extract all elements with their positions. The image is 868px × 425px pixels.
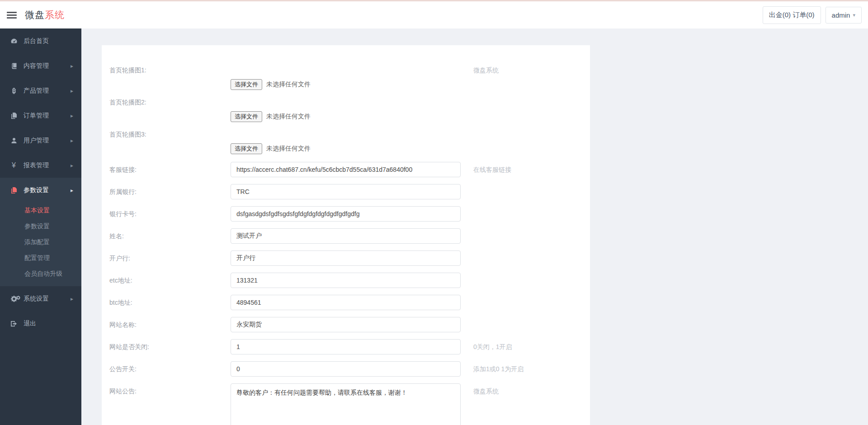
form-row-btc-address: btc地址:: [109, 295, 581, 310]
sidebar-item-user[interactable]: 用户管理 ▸: [0, 128, 81, 153]
form-row-carousel-1: 首页轮播图1: 选择文件 未选择任何文件 微盘系统: [109, 66, 581, 93]
sidebar-item-label: 参数设置: [24, 186, 71, 194]
withdraw-orders-button[interactable]: 出金(0) 订单(0): [763, 6, 821, 24]
carousel-1-file-input[interactable]: 选择文件 未选择任何文件: [231, 79, 461, 90]
settings-form-card: 首页轮播图1: 选择文件 未选择任何文件 微盘系统 首页轮播图2: 选择文件 未…: [102, 45, 590, 425]
bank-branch-input[interactable]: [231, 250, 461, 266]
sidebar-item-report[interactable]: ¥ 报表管理 ▸: [0, 153, 81, 178]
field-label: 网站名称:: [109, 317, 231, 332]
site-closed-input[interactable]: [231, 339, 461, 354]
dashboard-icon: [9, 38, 18, 45]
field-hint: 在线客服链接: [461, 162, 581, 177]
site-announcement-textarea[interactable]: 尊敬的客户：有任何问题需要帮助，请联系在线客服，谢谢！: [231, 383, 461, 425]
form-row-service-link: 客服链接: 在线客服链接: [109, 162, 581, 177]
chevron-right-icon: ▸: [71, 162, 73, 169]
form-row-announcement-switch: 公告开关: 添加1或0 1为开启: [109, 361, 581, 377]
user-menu-label: admin: [832, 11, 850, 19]
sidebar-item-order[interactable]: 订单管理 ▸: [0, 103, 81, 128]
sidebar-subitem-member-auto-upgrade[interactable]: 会员自动升级: [0, 266, 81, 282]
customer-service-link-input[interactable]: [231, 162, 461, 177]
announcement-switch-input[interactable]: [231, 361, 461, 377]
field-label: 首页轮播图1:: [109, 66, 231, 75]
field-label: 网站是否关闭:: [109, 339, 231, 354]
app-logo[interactable]: 微盘系统: [25, 9, 65, 21]
withdraw-orders-label: 出金(0) 订单(0): [769, 11, 815, 19]
sidebar-item-label: 报表管理: [24, 161, 71, 170]
header: 微盘系统 出金(0) 订单(0) admin ▾: [0, 1, 868, 28]
sidebar-item-label: 退出: [24, 320, 73, 328]
name-input[interactable]: [231, 228, 461, 244]
btc-address-input[interactable]: [231, 295, 461, 310]
field-hint: 0关闭，1开启: [461, 339, 581, 354]
sidebar-item-label: 用户管理: [24, 137, 71, 145]
sidebar-subitem-param-settings[interactable]: 参数设置: [0, 218, 81, 234]
form-row-name: 姓名:: [109, 228, 581, 244]
sidebar-item-product[interactable]: 产品管理 ▸: [0, 78, 81, 103]
caret-down-icon: ▾: [853, 12, 855, 18]
field-hint: 添加1或0 1为开启: [461, 361, 581, 377]
sidebar-subitem-add-config[interactable]: 添加配置: [0, 234, 81, 250]
user-menu-button[interactable]: admin ▾: [826, 7, 862, 24]
sidebar-item-label: 内容管理: [24, 62, 71, 70]
form-row-carousel-2: 首页轮播图2: 选择文件 未选择任何文件: [109, 98, 581, 125]
sidebar-item-content[interactable]: 内容管理 ▸: [0, 53, 81, 78]
etc-address-input[interactable]: [231, 273, 461, 288]
book-icon: [9, 62, 18, 70]
field-label: btc地址:: [109, 295, 231, 310]
sidebar-subitem-basic-settings[interactable]: 基本设置: [0, 203, 81, 218]
choose-file-button[interactable]: 选择文件: [231, 143, 262, 154]
chevron-right-icon: ▸: [71, 63, 73, 69]
field-label: etc地址:: [109, 273, 231, 288]
form-row-carousel-3: 首页轮播图3: 选择文件 未选择任何文件: [109, 130, 581, 157]
gears-icon: [9, 296, 18, 302]
chevron-right-icon: ▸: [71, 187, 73, 194]
site-name-input[interactable]: [231, 317, 461, 332]
form-row-bank: 所属银行:: [109, 184, 581, 199]
sidebar-item-params[interactable]: 参数设置 ▸: [0, 178, 81, 203]
choose-file-button[interactable]: 选择文件: [231, 111, 262, 122]
logo-accent-text: 系统: [45, 9, 65, 20]
logo-primary-text: 微盘: [25, 9, 45, 20]
choose-file-button[interactable]: 选择文件: [231, 79, 262, 90]
carousel-3-file-input[interactable]: 选择文件 未选择任何文件: [231, 143, 461, 154]
sidebar-subitem-config-manage[interactable]: 配置管理: [0, 250, 81, 266]
file-status-text: 未选择任何文件: [266, 80, 311, 89]
user-icon: [9, 137, 18, 144]
chevron-right-icon: ▸: [71, 296, 73, 302]
form-row-bank-branch: 开户行:: [109, 250, 581, 266]
carousel-2-file-input[interactable]: 选择文件 未选择任何文件: [231, 111, 461, 122]
field-label: 网站公告:: [109, 383, 231, 399]
header-actions: 出金(0) 订单(0) admin ▾: [763, 6, 862, 24]
sidebar-item-logout[interactable]: 退出: [0, 311, 81, 336]
files-icon: [9, 112, 18, 119]
bank-name-input[interactable]: [231, 184, 461, 199]
form-row-site-closed: 网站是否关闭: 0关闭，1开启: [109, 339, 581, 354]
sidebar-item-label: 产品管理: [24, 87, 71, 95]
sidebar-item-system[interactable]: 系统设置 ▸: [0, 286, 81, 311]
field-label: 首页轮播图2:: [109, 98, 231, 107]
chevron-right-icon: ▸: [71, 137, 73, 144]
yen-icon: ¥: [9, 162, 18, 169]
sidebar-item-dashboard[interactable]: 后台首页: [0, 28, 81, 53]
chevron-right-icon: ▸: [71, 113, 73, 119]
sidebar-group-params: 参数设置 ▸ 基本设置 参数设置 添加配置 配置管理 会员自动升级: [0, 178, 81, 286]
form-row-site-announcement: 网站公告: 尊敬的客户：有任何问题需要帮助，请联系在线客服，谢谢！ 微盘系统: [109, 383, 581, 425]
bitcoin-icon: [9, 87, 18, 94]
sidebar-item-label: 系统设置: [24, 295, 71, 303]
bank-card-number-input[interactable]: [231, 206, 461, 222]
file-status-text: 未选择任何文件: [266, 145, 311, 153]
field-label: 公告开关:: [109, 361, 231, 377]
field-label: 首页轮播图3:: [109, 130, 231, 139]
main-content: 首页轮播图1: 选择文件 未选择任何文件 微盘系统 首页轮播图2: 选择文件 未…: [81, 28, 868, 425]
logout-icon: [9, 321, 18, 327]
form-row-bank-card: 银行卡号:: [109, 206, 581, 222]
field-hint: 微盘系统: [461, 383, 581, 399]
form-row-site-name: 网站名称:: [109, 317, 581, 332]
field-label: 所属银行:: [109, 184, 231, 199]
sidebar: 后台首页 内容管理 ▸ 产品管理 ▸ 订单管理 ▸: [0, 28, 81, 425]
field-label: 客服链接:: [109, 162, 231, 177]
field-label: 银行卡号:: [109, 206, 231, 222]
hamburger-menu-icon[interactable]: [7, 10, 17, 20]
sidebar-item-label: 后台首页: [24, 37, 73, 45]
chevron-right-icon: ▸: [71, 88, 73, 94]
